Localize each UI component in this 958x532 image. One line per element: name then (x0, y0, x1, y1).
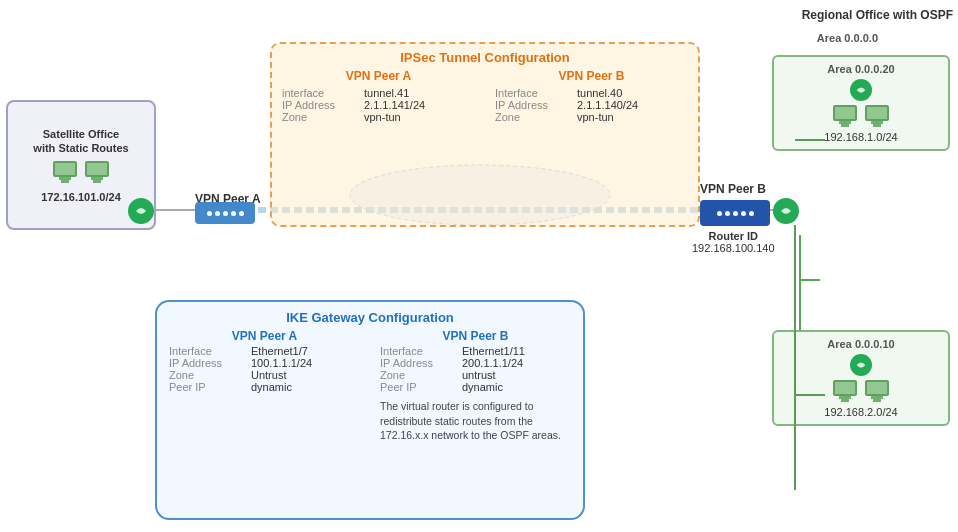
ipsec-b-zone-value: vpn-tun (577, 111, 688, 123)
ike-peer-b-zone-row: Zone untrust (380, 369, 571, 381)
satellite-subnet: 172.16.101.0/24 (41, 191, 121, 203)
monitor-2 (85, 161, 109, 177)
regional-circle-icon (773, 198, 799, 224)
ike-a-ip-value: 100.1.1.1/24 (251, 357, 360, 369)
ipsec-peer-b-interface-row: Interface tunnel.40 (495, 87, 688, 99)
ipsec-peer-b-col: VPN Peer B Interface tunnel.40 IP Addres… (495, 69, 688, 123)
ipsec-peer-a-ip-row: IP Address 2.1.1.141/24 (282, 99, 475, 111)
ipsec-a-ip-label: IP Address (282, 99, 362, 111)
ipsec-b-zone-label: Zone (495, 111, 575, 123)
ipsec-a-iface-value: tunnel.41 (364, 87, 475, 99)
dot-1 (207, 211, 212, 216)
ipsec-a-ip-value: 2.1.1.141/24 (364, 99, 475, 111)
ike-b-peerip-label: Peer IP (380, 381, 460, 393)
ike-peer-a-zone-row: Zone Untrust (169, 369, 360, 381)
ike-peer-b-col: VPN Peer B Interface Ethernet1/11 IP Add… (380, 329, 571, 443)
satellite-title-line1: Satellite Office (43, 128, 119, 140)
dot-2 (215, 211, 220, 216)
area1-label: Area 0.0.0.20 (827, 63, 894, 75)
satellite-title-line2: with Static Routes (33, 142, 128, 154)
satellite-circle-icon (128, 198, 154, 224)
ipsec-a-iface-label: interface (282, 87, 362, 99)
dot-b2 (725, 211, 730, 216)
desktop-icon-1 (53, 161, 77, 183)
area1-mon-2 (865, 105, 889, 121)
ike-peer-a-iface-row: Interface Ethernet1/7 (169, 345, 360, 357)
area-main-label: Area 0.0.0.0 (817, 32, 878, 44)
ipsec-peer-b-header: VPN Peer B (495, 69, 688, 83)
area1-desktops (833, 105, 889, 127)
area2-mon-2 (865, 380, 889, 396)
ipsec-a-zone-label: Zone (282, 111, 362, 123)
area2-stand-1 (841, 399, 849, 402)
area2-circle-icon (850, 354, 872, 376)
area1-stand-2 (873, 124, 881, 127)
area1-box: Area 0.0.0.20 192.168.1.0/24 (772, 55, 950, 151)
ipsec-peer-a-interface-row: interface tunnel.41 (282, 87, 475, 99)
monitor-stand-2 (93, 180, 101, 183)
monitor-stand-1 (61, 180, 69, 183)
area2-desktop-2 (865, 380, 889, 402)
area1-desktop-2 (865, 105, 889, 127)
vpn-peer-b-label: VPN Peer B (700, 182, 766, 196)
ike-b-zone-label: Zone (380, 369, 460, 381)
regional-title-block: Regional Office with OSPF (802, 8, 953, 24)
area2-subnet: 192.168.2.0/24 (824, 406, 897, 418)
area2-box: Area 0.0.0.10 192.168.2.0/24 (772, 330, 950, 426)
ike-title: IKE Gateway Configuration (169, 310, 571, 325)
ike-b-ip-label: IP Address (380, 357, 460, 369)
ipsec-b-iface-label: Interface (495, 87, 575, 99)
desktop-icon-2 (85, 161, 109, 183)
router-dots-a (207, 211, 244, 216)
area1-circle-icon (850, 79, 872, 101)
ipsec-b-iface-value: tunnel.40 (577, 87, 688, 99)
ike-a-zone-label: Zone (169, 369, 249, 381)
ike-peer-a-ip-row: IP Address 100.1.1.1/24 (169, 357, 360, 369)
ipsec-peer-a-zone-row: Zone vpn-tun (282, 111, 475, 123)
ike-a-iface-value: Ethernet1/7 (251, 345, 360, 357)
monitor-1 (53, 161, 77, 177)
ike-peer-b-iface-row: Interface Ethernet1/11 (380, 345, 571, 357)
ipsec-a-zone-value: vpn-tun (364, 111, 475, 123)
ike-note: The virtual router is configured to redi… (380, 399, 571, 443)
ike-b-zone-value: untrust (462, 369, 571, 381)
area2-desktop-1 (833, 380, 857, 402)
ipsec-peer-a-col: VPN Peer A interface tunnel.41 IP Addres… (282, 69, 475, 123)
ike-peer-b-header: VPN Peer B (380, 329, 571, 343)
area2-stand-2 (873, 399, 881, 402)
ike-peer-b-ip-row: IP Address 200.1.1.1/24 (380, 357, 571, 369)
area2-mon-1 (833, 380, 857, 396)
ipsec-peer-b-zone-row: Zone vpn-tun (495, 111, 688, 123)
ike-a-ip-label: IP Address (169, 357, 249, 369)
router-dots-b (717, 211, 754, 216)
dot-b3 (733, 211, 738, 216)
ike-b-iface-value: Ethernet1/11 (462, 345, 571, 357)
ike-peer-a-peerip-row: Peer IP dynamic (169, 381, 360, 393)
ipsec-b-ip-value: 2.1.1.140/24 (577, 99, 688, 111)
ike-b-ip-value: 200.1.1.1/24 (462, 357, 571, 369)
vpn-peer-a-router (195, 202, 255, 224)
ike-a-zone-value: Untrust (251, 369, 360, 381)
ike-peer-b-peerip-row: Peer IP dynamic (380, 381, 571, 393)
dot-5 (239, 211, 244, 216)
ipsec-b-ip-label: IP Address (495, 99, 575, 111)
dot-3 (223, 211, 228, 216)
ike-a-peerip-value: dynamic (251, 381, 360, 393)
dot-4 (231, 211, 236, 216)
router-id-value: 192.168.100.140 (692, 242, 775, 254)
ipsec-title: IPSec Tunnel Configuration (282, 50, 688, 65)
area1-mon-1 (833, 105, 857, 121)
router-id-label: Router ID (692, 230, 775, 242)
dot-b1 (717, 211, 722, 216)
area1-stand-1 (841, 124, 849, 127)
area1-desktop-1 (833, 105, 857, 127)
area2-label: Area 0.0.0.10 (827, 338, 894, 350)
vpn-peer-b-router (700, 200, 770, 226)
main-container: Satellite Office with Static Routes 172.… (0, 0, 958, 532)
ipsec-peer-a-header: VPN Peer A (282, 69, 475, 83)
dot-b4 (741, 211, 746, 216)
regional-title: Regional Office with OSPF (802, 8, 953, 22)
area2-desktops (833, 380, 889, 402)
router-id-block: Router ID 192.168.100.140 (692, 230, 775, 254)
ike-b-peerip-value: dynamic (462, 381, 571, 393)
